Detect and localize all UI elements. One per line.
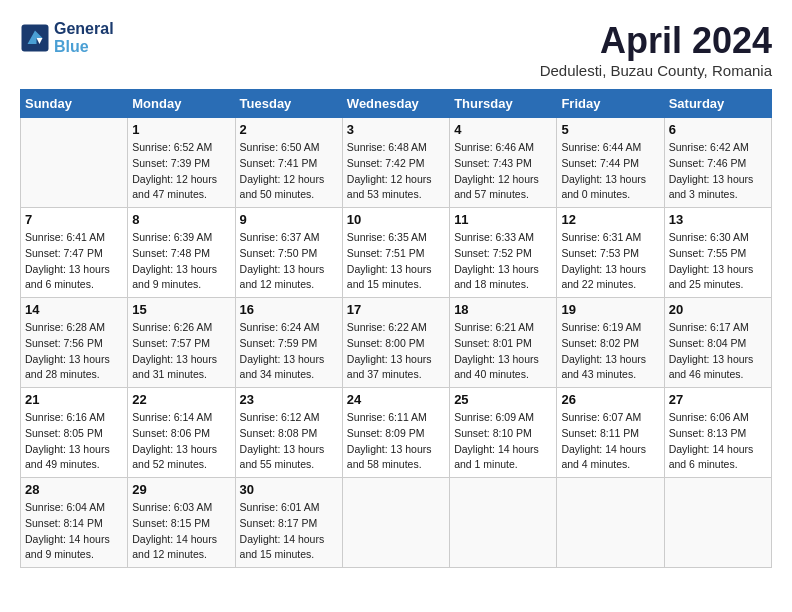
day-info: Sunrise: 6:39 AMSunset: 7:48 PMDaylight:… <box>132 230 230 293</box>
day-info: Sunrise: 6:19 AMSunset: 8:02 PMDaylight:… <box>561 320 659 383</box>
calendar-cell <box>21 118 128 208</box>
calendar-cell: 18Sunrise: 6:21 AMSunset: 8:01 PMDayligh… <box>450 298 557 388</box>
day-info: Sunrise: 6:48 AMSunset: 7:42 PMDaylight:… <box>347 140 445 203</box>
calendar-cell: 25Sunrise: 6:09 AMSunset: 8:10 PMDayligh… <box>450 388 557 478</box>
day-info: Sunrise: 6:26 AMSunset: 7:57 PMDaylight:… <box>132 320 230 383</box>
calendar-cell: 27Sunrise: 6:06 AMSunset: 8:13 PMDayligh… <box>664 388 771 478</box>
day-number: 16 <box>240 302 338 317</box>
day-info: Sunrise: 6:37 AMSunset: 7:50 PMDaylight:… <box>240 230 338 293</box>
calendar-cell: 9Sunrise: 6:37 AMSunset: 7:50 PMDaylight… <box>235 208 342 298</box>
day-info: Sunrise: 6:28 AMSunset: 7:56 PMDaylight:… <box>25 320 123 383</box>
day-number: 1 <box>132 122 230 137</box>
day-number: 15 <box>132 302 230 317</box>
day-info: Sunrise: 6:16 AMSunset: 8:05 PMDaylight:… <box>25 410 123 473</box>
day-info: Sunrise: 6:03 AMSunset: 8:15 PMDaylight:… <box>132 500 230 563</box>
calendar-week-row: 14Sunrise: 6:28 AMSunset: 7:56 PMDayligh… <box>21 298 772 388</box>
calendar-cell: 4Sunrise: 6:46 AMSunset: 7:43 PMDaylight… <box>450 118 557 208</box>
day-info: Sunrise: 6:50 AMSunset: 7:41 PMDaylight:… <box>240 140 338 203</box>
day-info: Sunrise: 6:14 AMSunset: 8:06 PMDaylight:… <box>132 410 230 473</box>
day-number: 20 <box>669 302 767 317</box>
calendar-cell: 16Sunrise: 6:24 AMSunset: 7:59 PMDayligh… <box>235 298 342 388</box>
calendar-cell: 23Sunrise: 6:12 AMSunset: 8:08 PMDayligh… <box>235 388 342 478</box>
day-info: Sunrise: 6:07 AMSunset: 8:11 PMDaylight:… <box>561 410 659 473</box>
header-day-tuesday: Tuesday <box>235 90 342 118</box>
calendar-cell: 10Sunrise: 6:35 AMSunset: 7:51 PMDayligh… <box>342 208 449 298</box>
calendar-cell: 22Sunrise: 6:14 AMSunset: 8:06 PMDayligh… <box>128 388 235 478</box>
day-number: 23 <box>240 392 338 407</box>
day-info: Sunrise: 6:22 AMSunset: 8:00 PMDaylight:… <box>347 320 445 383</box>
calendar-table: SundayMondayTuesdayWednesdayThursdayFrid… <box>20 89 772 568</box>
calendar-cell: 2Sunrise: 6:50 AMSunset: 7:41 PMDaylight… <box>235 118 342 208</box>
header-day-friday: Friday <box>557 90 664 118</box>
day-number: 9 <box>240 212 338 227</box>
calendar-cell: 29Sunrise: 6:03 AMSunset: 8:15 PMDayligh… <box>128 478 235 568</box>
calendar-cell: 15Sunrise: 6:26 AMSunset: 7:57 PMDayligh… <box>128 298 235 388</box>
day-info: Sunrise: 6:09 AMSunset: 8:10 PMDaylight:… <box>454 410 552 473</box>
day-info: Sunrise: 6:12 AMSunset: 8:08 PMDaylight:… <box>240 410 338 473</box>
calendar-cell: 30Sunrise: 6:01 AMSunset: 8:17 PMDayligh… <box>235 478 342 568</box>
day-number: 21 <box>25 392 123 407</box>
calendar-cell: 7Sunrise: 6:41 AMSunset: 7:47 PMDaylight… <box>21 208 128 298</box>
calendar-week-row: 1Sunrise: 6:52 AMSunset: 7:39 PMDaylight… <box>21 118 772 208</box>
day-number: 18 <box>454 302 552 317</box>
day-number: 24 <box>347 392 445 407</box>
calendar-cell: 24Sunrise: 6:11 AMSunset: 8:09 PMDayligh… <box>342 388 449 478</box>
day-info: Sunrise: 6:01 AMSunset: 8:17 PMDaylight:… <box>240 500 338 563</box>
calendar-cell: 1Sunrise: 6:52 AMSunset: 7:39 PMDaylight… <box>128 118 235 208</box>
day-info: Sunrise: 6:11 AMSunset: 8:09 PMDaylight:… <box>347 410 445 473</box>
logo-text: General Blue <box>54 20 114 56</box>
day-info: Sunrise: 6:52 AMSunset: 7:39 PMDaylight:… <box>132 140 230 203</box>
day-info: Sunrise: 6:41 AMSunset: 7:47 PMDaylight:… <box>25 230 123 293</box>
logo: General Blue <box>20 20 114 56</box>
header-day-saturday: Saturday <box>664 90 771 118</box>
day-number: 25 <box>454 392 552 407</box>
calendar-cell: 12Sunrise: 6:31 AMSunset: 7:53 PMDayligh… <box>557 208 664 298</box>
day-number: 5 <box>561 122 659 137</box>
calendar-cell: 5Sunrise: 6:44 AMSunset: 7:44 PMDaylight… <box>557 118 664 208</box>
calendar-cell <box>342 478 449 568</box>
calendar-cell: 20Sunrise: 6:17 AMSunset: 8:04 PMDayligh… <box>664 298 771 388</box>
calendar-week-row: 21Sunrise: 6:16 AMSunset: 8:05 PMDayligh… <box>21 388 772 478</box>
day-info: Sunrise: 6:35 AMSunset: 7:51 PMDaylight:… <box>347 230 445 293</box>
day-number: 30 <box>240 482 338 497</box>
day-number: 22 <box>132 392 230 407</box>
day-info: Sunrise: 6:21 AMSunset: 8:01 PMDaylight:… <box>454 320 552 383</box>
calendar-cell: 17Sunrise: 6:22 AMSunset: 8:00 PMDayligh… <box>342 298 449 388</box>
day-info: Sunrise: 6:46 AMSunset: 7:43 PMDaylight:… <box>454 140 552 203</box>
calendar-cell: 6Sunrise: 6:42 AMSunset: 7:46 PMDaylight… <box>664 118 771 208</box>
day-info: Sunrise: 6:04 AMSunset: 8:14 PMDaylight:… <box>25 500 123 563</box>
calendar-cell <box>664 478 771 568</box>
calendar-cell <box>450 478 557 568</box>
calendar-cell: 26Sunrise: 6:07 AMSunset: 8:11 PMDayligh… <box>557 388 664 478</box>
day-info: Sunrise: 6:31 AMSunset: 7:53 PMDaylight:… <box>561 230 659 293</box>
day-info: Sunrise: 6:24 AMSunset: 7:59 PMDaylight:… <box>240 320 338 383</box>
day-number: 17 <box>347 302 445 317</box>
day-number: 12 <box>561 212 659 227</box>
day-number: 3 <box>347 122 445 137</box>
calendar-cell: 13Sunrise: 6:30 AMSunset: 7:55 PMDayligh… <box>664 208 771 298</box>
calendar-cell: 3Sunrise: 6:48 AMSunset: 7:42 PMDaylight… <box>342 118 449 208</box>
calendar-cell: 11Sunrise: 6:33 AMSunset: 7:52 PMDayligh… <box>450 208 557 298</box>
day-number: 26 <box>561 392 659 407</box>
day-number: 4 <box>454 122 552 137</box>
header-day-sunday: Sunday <box>21 90 128 118</box>
day-number: 28 <box>25 482 123 497</box>
title-area: April 2024 Dedulesti, Buzau County, Roma… <box>540 20 772 79</box>
location-subtitle: Dedulesti, Buzau County, Romania <box>540 62 772 79</box>
day-number: 2 <box>240 122 338 137</box>
day-number: 13 <box>669 212 767 227</box>
day-number: 10 <box>347 212 445 227</box>
calendar-cell: 14Sunrise: 6:28 AMSunset: 7:56 PMDayligh… <box>21 298 128 388</box>
calendar-header-row: SundayMondayTuesdayWednesdayThursdayFrid… <box>21 90 772 118</box>
day-info: Sunrise: 6:06 AMSunset: 8:13 PMDaylight:… <box>669 410 767 473</box>
day-number: 19 <box>561 302 659 317</box>
header-day-thursday: Thursday <box>450 90 557 118</box>
day-number: 14 <box>25 302 123 317</box>
logo-icon <box>20 23 50 53</box>
day-number: 7 <box>25 212 123 227</box>
day-number: 6 <box>669 122 767 137</box>
day-number: 8 <box>132 212 230 227</box>
month-title: April 2024 <box>540 20 772 62</box>
calendar-cell <box>557 478 664 568</box>
day-info: Sunrise: 6:44 AMSunset: 7:44 PMDaylight:… <box>561 140 659 203</box>
